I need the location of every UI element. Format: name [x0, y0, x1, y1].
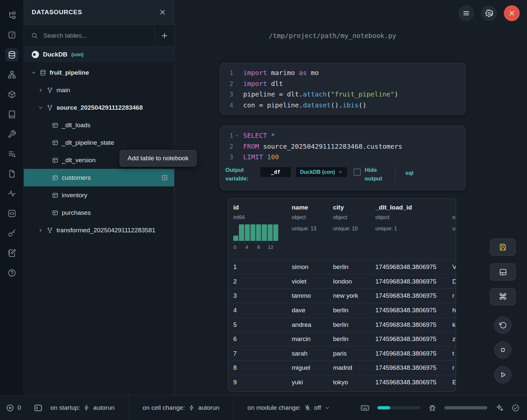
undo-button[interactable]: [494, 317, 511, 334]
close-panel-button[interactable]: [159, 9, 166, 16]
tree-item-purchases[interactable]: purchases: [24, 204, 174, 221]
engine-select[interactable]: DuckDB (con): [296, 167, 347, 177]
rail-datasources-button[interactable]: [5, 48, 19, 61]
table-cell: 2: [233, 278, 292, 285]
hide-output-checkbox[interactable]: [354, 169, 361, 176]
results-table: idint6404812nameobjectunique: 13cityobje…: [228, 198, 456, 392]
rail-secrets-button[interactable]: [5, 227, 19, 240]
notebook-filename[interactable]: /tmp/project/path/my_notebook.py: [174, 32, 491, 40]
errors-indicator[interactable]: 0: [0, 404, 21, 412]
bug-icon[interactable]: [428, 404, 436, 412]
on-cell-change-setting[interactable]: on cell change: autorun: [129, 396, 233, 420]
rail-snippets-button[interactable]: [5, 207, 19, 220]
on-cell-change-value: autorun: [198, 404, 219, 411]
settings-button[interactable]: [481, 5, 497, 21]
table-cell: 7: [233, 350, 292, 357]
table-icon: [52, 157, 58, 164]
table-cell: 1745968348.3806975: [375, 379, 452, 386]
activity-bar: f: [0, 0, 24, 395]
table-icon: [52, 210, 58, 216]
schema-icon: [47, 104, 53, 111]
tree-item-_dlt_pipeline_state[interactable]: _dlt_pipeline_state: [24, 134, 174, 151]
chevron-right-icon[interactable]: [38, 88, 43, 93]
output-variable-input[interactable]: _df: [260, 167, 291, 177]
rail-tools-button[interactable]: [5, 128, 19, 141]
table-cell: 1: [233, 263, 292, 271]
rail-packages-button[interactable]: [5, 88, 19, 101]
bolt-icon: [83, 404, 90, 411]
line-number: 2: [220, 143, 243, 150]
on-startup-setting[interactable]: on startup: autorun: [51, 396, 129, 420]
add-table-to-notebook-button[interactable]: [161, 174, 168, 181]
chevron-right-icon[interactable]: [38, 228, 43, 233]
chevron-down-icon[interactable]: [38, 105, 43, 110]
table-cell: 1745968348.3806975: [375, 307, 452, 314]
table-cell: dave: [292, 307, 333, 314]
run-button[interactable]: [494, 366, 511, 383]
tree-item-source_202504291112283468[interactable]: source_202504291112283468: [24, 99, 174, 116]
tree-item-inventory[interactable]: inventory: [24, 186, 174, 204]
tree-item-transformed_202504291112283581[interactable]: transformed_202504291112283581: [24, 221, 174, 239]
table-body: 1simonberlin1745968348.3806975V2violetlo…: [228, 260, 456, 389]
help-icon: [8, 269, 16, 277]
tree-item-main[interactable]: main: [24, 81, 174, 99]
rail-functions-button[interactable]: f: [5, 28, 19, 42]
table-cell: berlin: [333, 307, 375, 314]
layout-button[interactable]: [490, 263, 516, 281]
code-text: import marimo as mo: [243, 69, 319, 77]
line-number: 1: [220, 132, 243, 139]
table-cell: 3: [233, 292, 292, 299]
rail-documents-button[interactable]: [5, 167, 19, 180]
scratchpad-icon: [8, 249, 16, 257]
code-line: 1import marimo as mo: [220, 67, 466, 78]
table-row: 2violetlondon1745968348.3806975D: [228, 274, 456, 289]
table-cell: 1745968348.3806975: [375, 321, 452, 328]
rail-logs-button[interactable]: [5, 147, 19, 161]
rail-help-button[interactable]: [5, 266, 19, 280]
menu-button[interactable]: [458, 5, 474, 21]
rail-docs-button[interactable]: [5, 108, 19, 121]
terminal-button[interactable]: [34, 403, 43, 412]
language-label[interactable]: sql: [405, 170, 414, 176]
command-palette-button[interactable]: ⌘: [490, 288, 516, 305]
rail-file-tree-button[interactable]: [5, 9, 19, 22]
table-cell: berlin: [333, 321, 375, 328]
rail-dependencies-button[interactable]: [5, 68, 19, 81]
check-circle-icon[interactable]: [511, 404, 520, 412]
plus-square-icon: [161, 174, 168, 181]
add-datasource-button[interactable]: [155, 25, 174, 46]
hide-output-label[interactable]: Hide output: [365, 166, 387, 183]
table-cell: yuki: [292, 379, 333, 386]
search-row: [24, 25, 174, 47]
table-icon: [52, 139, 58, 146]
schema-icon: [47, 227, 53, 234]
table-row: 6marcinberlin1745968348.3806975z: [228, 332, 456, 346]
stop-button[interactable]: [494, 341, 511, 359]
python-cell[interactable]: 1import marimo as mo2import dlt3pipeline…: [220, 63, 466, 115]
line-number: 2: [220, 80, 243, 87]
python-code-editor: 1import marimo as mo2import dlt3pipeline…: [220, 67, 466, 110]
table-cell: 1745968348.3806975: [375, 335, 452, 343]
on-module-change-setting[interactable]: on module change: off: [233, 396, 344, 420]
rail-scratchpad-button[interactable]: [5, 247, 19, 260]
sql-cell[interactable]: 1SELECT *2FROM source_202504291112283468…: [220, 126, 466, 190]
keyboard-slider[interactable]: [377, 406, 420, 409]
tree-item-label: inventory: [62, 192, 87, 199]
tree-item-customers[interactable]: customers: [24, 169, 174, 186]
debug-slider[interactable]: [444, 406, 487, 409]
search-tables-input[interactable]: [43, 32, 155, 40]
table-cell: marcin: [292, 335, 333, 343]
sparkles-icon[interactable]: [495, 404, 504, 412]
collapse-cell-icon[interactable]: [235, 133, 239, 138]
duckdb-connection-row[interactable]: DuckDB (con): [24, 47, 174, 62]
rail-tracing-button[interactable]: [5, 187, 19, 200]
close-app-button[interactable]: [504, 5, 520, 21]
tree-item-fruit_pipeline[interactable]: fruit_pipeline: [24, 64, 174, 81]
id-histogram: 04812: [233, 224, 278, 250]
tools-icon: [8, 130, 16, 138]
chevron-down-icon[interactable]: [31, 70, 36, 75]
tree-item-_dlt_loads[interactable]: _dlt_loads: [24, 116, 174, 134]
keyboard-icon[interactable]: [360, 403, 369, 412]
save-button[interactable]: [490, 239, 516, 256]
table-cell: D: [452, 278, 456, 285]
